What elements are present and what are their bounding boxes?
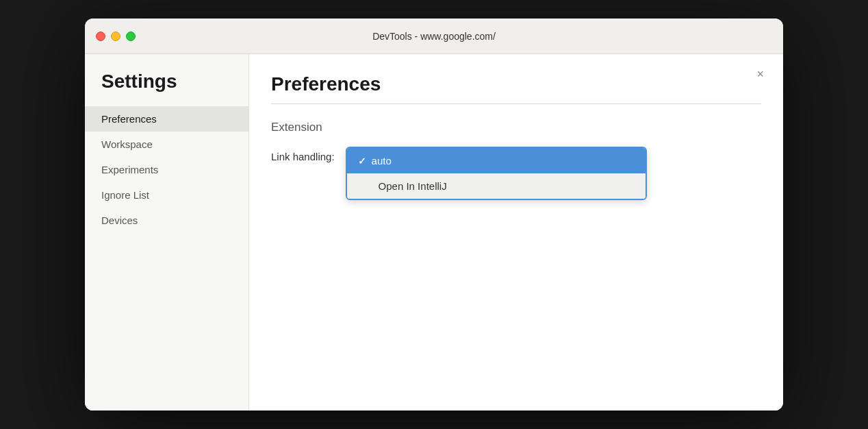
link-handling-label: Link handling: (271, 147, 335, 162)
sidebar-item-ignore-list[interactable]: Ignore List (85, 182, 248, 208)
option-auto-label: auto (372, 155, 392, 167)
minimize-window-button[interactable] (111, 32, 120, 41)
title-divider (271, 103, 761, 104)
sidebar: Settings Preferences Workspace Experimen… (85, 54, 249, 410)
main-content: × Preferences Extension Link handling: ✓… (249, 54, 783, 410)
option-intellij-label: Open In IntelliJ (379, 180, 447, 192)
page-title: Preferences (271, 73, 761, 95)
link-handling-dropdown[interactable]: ✓ auto Open In IntelliJ (346, 147, 647, 200)
maximize-window-button[interactable] (126, 32, 136, 41)
link-handling-row: Link handling: ✓ auto Open In IntelliJ (271, 147, 761, 200)
sidebar-item-preferences[interactable]: Preferences (85, 106, 248, 132)
titlebar: DevTools - www.google.com/ (85, 19, 783, 54)
dropdown-option-intellij[interactable]: Open In IntelliJ (347, 173, 646, 199)
section-title: Extension (271, 121, 761, 134)
settings-close-button[interactable]: × (751, 65, 769, 83)
window-wrapper: DevTools - www.google.com/ Settings Pref… (85, 19, 783, 410)
sidebar-item-devices[interactable]: Devices (85, 208, 248, 233)
browser-window: DevTools - www.google.com/ Settings Pref… (85, 19, 783, 410)
sidebar-item-experiments[interactable]: Experiments (85, 157, 248, 182)
sidebar-heading: Settings (85, 71, 248, 93)
sidebar-item-workspace[interactable]: Workspace (85, 132, 248, 157)
dropdown-open-list: ✓ auto Open In IntelliJ (346, 147, 647, 200)
traffic-lights (96, 32, 136, 41)
checkmark-icon: ✓ (358, 156, 366, 167)
close-window-button[interactable] (96, 32, 105, 41)
dropdown-option-auto[interactable]: ✓ auto (347, 148, 646, 173)
window-body: Settings Preferences Workspace Experimen… (85, 54, 783, 410)
window-title: DevTools - www.google.com/ (372, 31, 496, 42)
